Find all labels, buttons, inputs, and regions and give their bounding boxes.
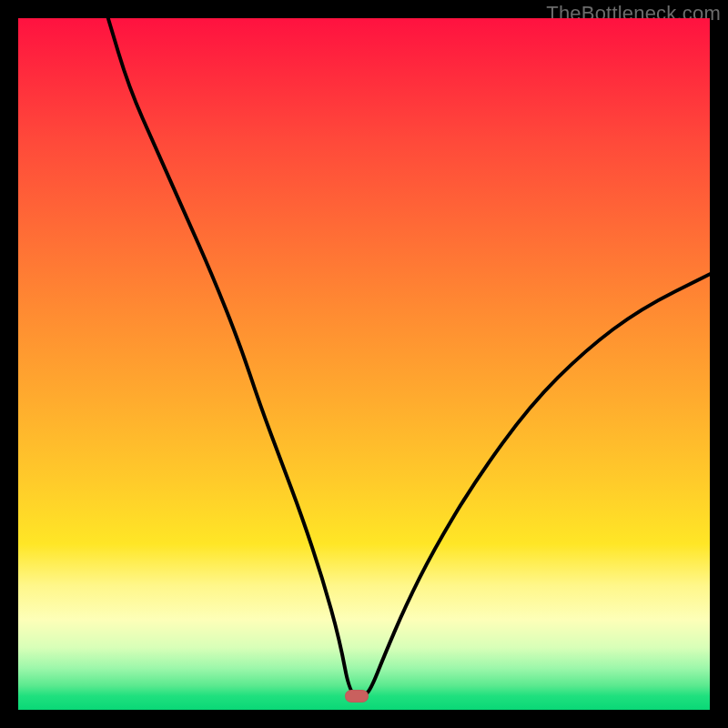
bottleneck-curve bbox=[18, 18, 710, 710]
chart-frame: TheBottleneck.com bbox=[0, 0, 728, 728]
optimal-point-marker bbox=[345, 690, 369, 703]
plot-area bbox=[18, 18, 710, 710]
